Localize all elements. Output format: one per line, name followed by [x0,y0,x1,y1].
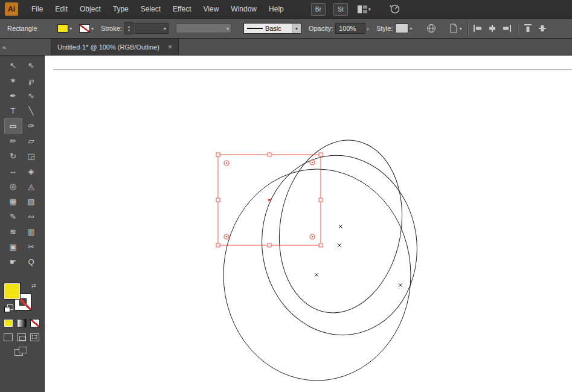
draw-inside-button[interactable] [30,333,39,341]
tool-free-transform[interactable]: ◈ [22,164,40,179]
control-bar: Rectangle ▾ ▾ Stroke: ▴ ▾ ▾ ▾ Basic ▾ Op… [0,18,572,39]
tool-rotate[interactable]: ↻ [4,149,22,164]
stock-button[interactable]: St [333,3,348,16]
selection-handle[interactable] [319,198,323,202]
tool-selection[interactable]: ↖ [4,58,22,73]
stroke-weight-stepper[interactable]: ▴ ▾ [124,22,133,34]
color-mode-button[interactable] [4,319,13,327]
tool-blend[interactable]: ∾ [22,209,40,224]
column-graph-tool-icon: ▥ [27,227,34,236]
menu-file[interactable]: File [25,0,49,18]
document-tab[interactable]: Untitled-1* @ 100% (RGB/Outline) × [51,39,179,55]
tool-rectangle[interactable]: ▭ [4,118,22,133]
brush-definition-dropdown[interactable]: Basic ▾ [243,23,301,34]
stepper-down-icon[interactable]: ▾ [128,28,130,32]
artwork-svg[interactable] [45,56,572,392]
tool-curvature[interactable]: ∿ [22,88,40,103]
document-icon [449,24,458,33]
arrange-menu[interactable]: ▾ [449,24,461,33]
menu-window[interactable]: Window [225,0,263,18]
menu-type[interactable]: Type [107,0,135,18]
default-fill-stroke-icon[interactable] [4,304,13,312]
tool-pen[interactable]: ✒ [4,88,22,103]
tool-line-segment[interactable]: ╲ [22,103,40,118]
tool-perspective-grid[interactable]: ◬ [22,179,40,194]
tool-eyedropper[interactable]: ✎ [4,209,22,224]
draw-behind-button[interactable] [17,333,26,341]
selection-handle[interactable] [268,243,271,247]
tool-shape-builder[interactable]: ◎ [4,179,22,194]
tools-panel-collapse-button[interactable]: « [2,39,14,55]
menubar-items: FileEditObjectTypeSelectEffectViewWindow… [25,0,290,18]
tool-type[interactable]: T [4,103,22,118]
align-horizontal-center-icon[interactable] [487,24,497,33]
stroke-color-swatch[interactable] [79,24,90,33]
tool-eraser[interactable]: ▱ [22,133,40,149]
magic-wand-tool-icon: ✶ [10,76,16,85]
stroke-weight-dropdown[interactable]: ▾ [135,23,169,34]
gradient-mode-button[interactable] [17,319,27,327]
style-label: Style: [376,25,393,32]
align-vertical-top-icon[interactable] [523,24,533,33]
selection-handle[interactable] [216,198,220,202]
tool-artboard[interactable]: ▣ [4,239,22,254]
gpu-performance-icon[interactable] [389,4,401,14]
menu-effect[interactable]: Effect [167,0,197,18]
menu-select[interactable]: Select [135,0,167,18]
tool-symbol-sprayer[interactable]: ≋ [4,224,22,239]
selection-handle[interactable] [268,153,271,156]
swap-fill-stroke-icon[interactable]: ⇄ [31,283,36,289]
menu-object[interactable]: Object [74,0,107,18]
tool-pencil[interactable]: ✏ [4,133,22,149]
stroke-caret-icon[interactable]: ▾ [91,26,94,31]
fill-caret-icon[interactable]: ▾ [69,26,72,31]
opacity-input[interactable]: 100% [335,23,365,34]
style-dropdown[interactable] [395,24,408,33]
opacity-menu-chevron[interactable]: › [367,25,369,32]
width-profile-dropdown[interactable]: ▾ [176,24,231,33]
eraser-tool-icon: ▱ [28,137,34,146]
canvas-area[interactable] [45,56,572,392]
ellipse-path[interactable] [223,169,411,381]
align-vertical-center-icon[interactable] [538,24,547,33]
chevron-down-icon[interactable]: ▾ [292,24,301,33]
tab-close-icon[interactable]: × [168,43,172,51]
tool-scale[interactable]: ◲ [22,149,40,164]
selection-handle[interactable] [319,243,323,247]
illustrator-window: Ai FileEditObjectTypeSelectEffectViewWin… [0,0,572,392]
draw-normal-button[interactable] [4,333,13,341]
tool-lasso[interactable]: ℘ [22,73,40,88]
scale-tool-icon: ◲ [27,152,34,161]
align-horizontal-right-icon[interactable] [502,24,512,33]
align-horizontal-left-icon[interactable] [473,24,483,33]
tool-column-graph[interactable]: ▥ [22,224,40,239]
style-caret-icon[interactable]: ▾ [410,26,412,31]
workspace-grid-icon [358,5,367,13]
tool-direct-selection[interactable]: ⇖ [22,58,40,73]
tool-paintbrush[interactable]: ✑ [22,118,40,133]
tool-slice[interactable]: ✂ [22,239,40,254]
screen-mode-button[interactable] [14,347,28,356]
selection-handle[interactable] [319,153,323,156]
tool-zoom[interactable]: Q [22,254,40,269]
context-label: Rectangle [7,25,37,32]
menu-view[interactable]: View [198,0,225,18]
artboard-tool-icon: ▣ [9,242,16,251]
workspace-switcher[interactable]: ▾ [358,5,371,13]
recolor-artwork-icon[interactable] [426,24,436,33]
selection-handle[interactable] [216,153,220,156]
selection-handle[interactable] [216,243,220,247]
fill-color-swatch[interactable] [57,24,68,33]
bridge-button[interactable]: Br [311,3,326,16]
pencil-tool-icon: ✏ [10,137,16,146]
tool-hand[interactable]: ☛ [4,254,22,269]
tool-mesh[interactable]: ▦ [4,194,22,209]
tool-width[interactable]: ↔ [4,164,22,179]
pen-tool-icon: ✒ [10,91,16,100]
tool-gradient[interactable]: ▧ [22,194,40,209]
none-mode-button[interactable] [30,319,40,327]
menu-help[interactable]: Help [263,0,290,18]
fill-color-indicator[interactable] [4,283,21,300]
menu-edit[interactable]: Edit [49,0,74,18]
tool-magic-wand[interactable]: ✶ [4,73,22,88]
